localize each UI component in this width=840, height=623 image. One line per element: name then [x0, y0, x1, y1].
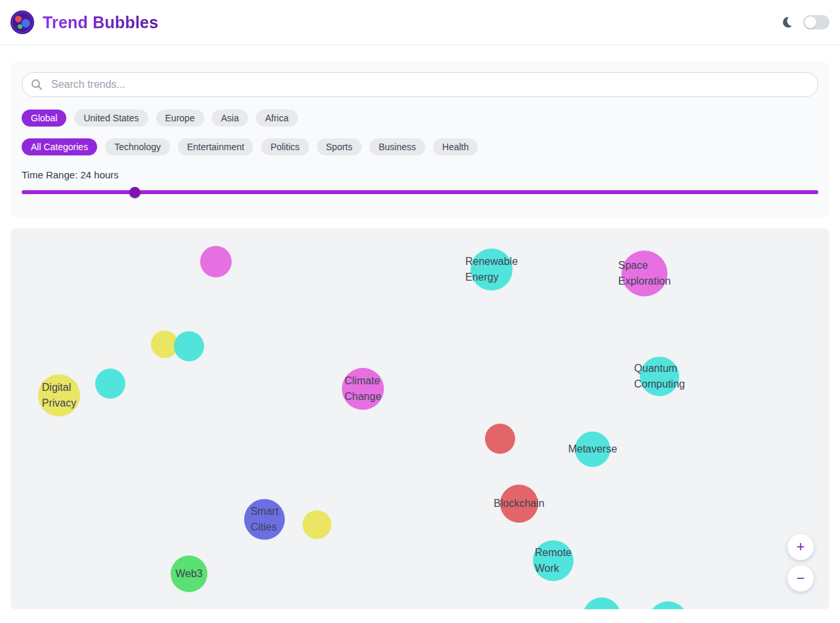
minus-icon: −: [797, 570, 805, 587]
region-filter-row: GlobalUnited StatesEuropeAsiaAfrica: [22, 110, 818, 127]
category-chip-sports[interactable]: Sports: [317, 138, 362, 155]
bubbles-logo-icon: [10, 10, 34, 34]
logo-dot-blue: [22, 19, 30, 28]
zoom-out-button[interactable]: −: [788, 565, 814, 592]
region-chip-europe[interactable]: Europe: [156, 110, 204, 127]
trend-bubble-chart: + − RenewableEnergySpaceExplorationDigit…: [10, 228, 830, 609]
category-filter-row: All CategoriesTechnologyEntertainmentPol…: [22, 138, 818, 155]
logo-dot-green: [18, 24, 22, 29]
time-range-label: Time Range: 24 hours: [22, 169, 818, 180]
trend-bubble-digital-privacy[interactable]: [38, 374, 80, 416]
dark-mode-toggle[interactable]: [803, 15, 830, 30]
filter-panel: GlobalUnited StatesEuropeAsiaAfrica All …: [10, 61, 830, 218]
search-icon: [31, 79, 43, 90]
zoom-in-button[interactable]: +: [788, 534, 814, 560]
trend-bubble-smart-cities[interactable]: [244, 499, 285, 540]
category-chip-health[interactable]: Health: [433, 138, 478, 155]
toggle-knob: [805, 16, 816, 28]
time-range-slider-thumb[interactable]: [129, 187, 140, 198]
moon-icon: [782, 16, 794, 28]
region-chip-united-states[interactable]: United States: [74, 110, 148, 127]
trend-bubble-blockchain[interactable]: [500, 485, 538, 523]
trend-bubble-quantum-computing[interactable]: [640, 357, 679, 396]
trend-bubble[interactable]: [303, 510, 331, 539]
trend-bubble-space-exploration[interactable]: [621, 251, 667, 296]
trend-bubble[interactable]: [174, 331, 204, 361]
category-chip-entertainment[interactable]: Entertainment: [178, 138, 253, 155]
logo-dot-red: [15, 16, 22, 22]
category-chip-all-categories[interactable]: All Categories: [22, 138, 97, 155]
trend-bubble-metaverse[interactable]: [575, 432, 610, 467]
search-input[interactable]: [22, 72, 818, 97]
plus-icon: +: [797, 538, 805, 555]
trend-bubble[interactable]: [485, 424, 515, 454]
time-range-slider[interactable]: [22, 190, 818, 194]
app-header: Trend Bubbles: [0, 0, 840, 45]
app-title: Trend Bubbles: [43, 13, 158, 32]
trend-bubble[interactable]: [200, 246, 232, 277]
trend-bubble-web3[interactable]: [171, 555, 207, 592]
trend-bubble[interactable]: [95, 369, 125, 399]
trend-bubble-remote-work[interactable]: [533, 540, 574, 581]
region-chip-global[interactable]: Global: [22, 110, 66, 127]
trend-bubble-climate-change[interactable]: [342, 368, 384, 410]
trend-bubble-renewable-energy[interactable]: [471, 249, 513, 291]
trend-bubble[interactable]: [648, 601, 688, 609]
trend-bubble[interactable]: [583, 597, 621, 609]
region-chip-africa[interactable]: Africa: [256, 110, 298, 127]
category-chip-politics[interactable]: Politics: [261, 138, 308, 155]
region-chip-asia[interactable]: Asia: [212, 110, 248, 127]
category-chip-business[interactable]: Business: [369, 138, 425, 155]
category-chip-technology[interactable]: Technology: [105, 138, 170, 155]
